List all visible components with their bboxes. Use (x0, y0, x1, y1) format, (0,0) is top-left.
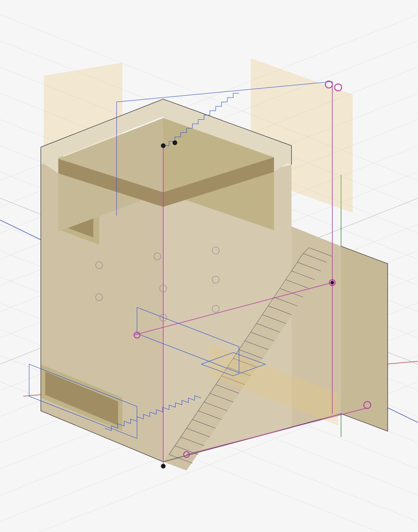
dot-mid-right[interactable] (331, 281, 334, 284)
dot-base[interactable] (161, 464, 166, 468)
scene-svg[interactable] (0, 0, 418, 532)
cad-3d-viewport[interactable]: X Y Z two-story building with stairs (0, 0, 418, 532)
dot-top-a[interactable] (161, 143, 166, 148)
dot-top-b[interactable] (173, 140, 177, 145)
